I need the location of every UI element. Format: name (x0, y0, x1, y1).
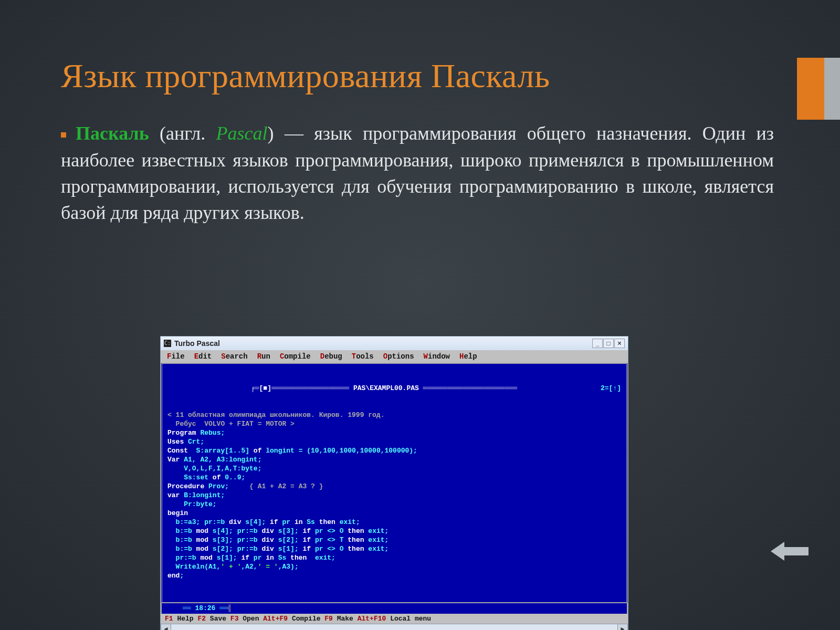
tp-menu-window[interactable]: Window (424, 352, 450, 361)
minimize-button[interactable]: _ (592, 339, 603, 348)
code-line: Ребус VOLVO + FIAT = MOTOR > (167, 419, 621, 428)
code-line: Uses Crt; (167, 437, 621, 446)
code-line: b:=b mod s[2]; pr:=b div s[1]; if pr <> … (167, 544, 621, 553)
tp-menu-debug[interactable]: Debug (320, 352, 342, 361)
term-bold: Паскаль (76, 123, 149, 144)
tp-header-right: 2=[↑] (601, 384, 621, 393)
tp-titlebar: Turbo Pascal _ □ × (161, 337, 628, 350)
help-label: Save (206, 615, 230, 623)
svg-marker-0 (771, 542, 808, 561)
tp-menu-search[interactable]: Search (221, 352, 247, 361)
code-line: var B:longint; (167, 491, 621, 500)
tp-menu-help[interactable]: Help (459, 352, 477, 361)
tp-header-left: ╒═[■]═ (251, 384, 276, 392)
tp-file-header: ╒═[■]═══════════════════ PAS\EXAMPL00.PA… (167, 384, 621, 393)
code-line: begin (167, 509, 621, 518)
slide-title: Язык программирования Паскаль (61, 58, 774, 94)
code-line: V,O,L,F,I,A,T:byte; (167, 464, 621, 473)
code-line: pr:=b mod s[1]; if pr in Ss then exit; (167, 553, 621, 562)
help-key: Alt+F10 (358, 615, 386, 623)
tp-menu-tools[interactable]: Tools (352, 352, 374, 361)
console-icon (164, 340, 171, 347)
tp-menubar[interactable]: FileEditSearchRunCompileDebugToolsOption… (161, 350, 628, 363)
help-key: F1 (165, 615, 173, 623)
term-open: (англ. (149, 123, 216, 144)
tp-menu-options[interactable]: Options (383, 352, 414, 361)
help-label: Compile (288, 615, 324, 623)
code-line: b:=b mod s[3]; pr:=b div s[2]; if pr <> … (167, 536, 621, 544)
code-line: Ss:set of 0..9; (167, 473, 621, 482)
code-line: Const S:array[1..5] of longint = (10,100… (167, 446, 621, 455)
tp-window-controls: _ □ × (592, 339, 625, 348)
code-line: Program Rebus; (167, 428, 621, 437)
tp-clock: ══ 18:26 ══ (183, 604, 228, 612)
help-key: Alt+F9 (263, 615, 288, 623)
tp-filename: PAS\EXAMPL00.PAS (353, 384, 419, 392)
help-label: Make (333, 615, 358, 623)
prev-slide-arrow-icon[interactable] (771, 540, 808, 563)
tp-menu-run[interactable]: Run (257, 352, 270, 361)
help-key: F9 (324, 615, 333, 623)
code-line: Var A1, A2, A3:longint; (167, 455, 621, 464)
code-line: Writeln(A1,' + ',A2,' = ',A3); (167, 562, 621, 571)
help-label: Local menu (386, 615, 431, 623)
tp-menu-file[interactable]: File (167, 352, 185, 361)
maximize-button[interactable]: □ (603, 339, 614, 348)
code-line: b:=a3; pr:=b div s[4]; if pr in Ss then … (167, 518, 621, 527)
tp-status-bar: ══ 18:26 ══╣ (161, 603, 628, 614)
turbo-pascal-screenshot: Turbo Pascal _ □ × FileEditSearchRunComp… (160, 336, 628, 630)
code-line: Pr:byte; (167, 500, 621, 509)
bullet-icon (61, 132, 66, 138)
term-italic: Pascal (216, 123, 268, 144)
code-line: end; (167, 571, 621, 580)
tp-window-title: Turbo Pascal (174, 339, 220, 348)
code-line: b:=b mod s[4]; pr:=b div s[3]; if pr <> … (167, 527, 621, 536)
help-label: Help (173, 615, 198, 623)
close-button[interactable]: × (614, 339, 625, 348)
slide-body: Паскаль (англ. Pascal) — язык программир… (61, 120, 774, 226)
tp-terminal: ╒═[■]═══════════════════ PAS\EXAMPL00.PA… (161, 363, 628, 603)
tp-window-frame: Turbo Pascal _ □ × FileEditSearchRunComp… (160, 336, 628, 630)
tp-menu-edit[interactable]: Edit (194, 352, 212, 361)
scroll-track[interactable] (171, 624, 617, 630)
help-label: Open (238, 615, 263, 623)
help-key: F2 (197, 615, 206, 623)
tp-hscrollbar[interactable]: ◄ ► (161, 624, 628, 630)
code-line: Procedure Prov; { A1 + A2 = A3 ? } (167, 482, 621, 491)
tp-code-area: < 11 областная олимпиада школьников. Кир… (167, 411, 621, 580)
help-key: F3 (230, 615, 239, 623)
tp-help-bar: F1 Help F2 Save F3 Open Alt+F9 Compile F… (161, 614, 628, 624)
code-line: < 11 областная олимпиада школьников. Кир… (167, 411, 621, 419)
scroll-right-arrow-icon[interactable]: ► (617, 624, 628, 630)
tp-menu-compile[interactable]: Compile (280, 352, 311, 361)
scroll-left-arrow-icon[interactable]: ◄ (161, 624, 171, 630)
